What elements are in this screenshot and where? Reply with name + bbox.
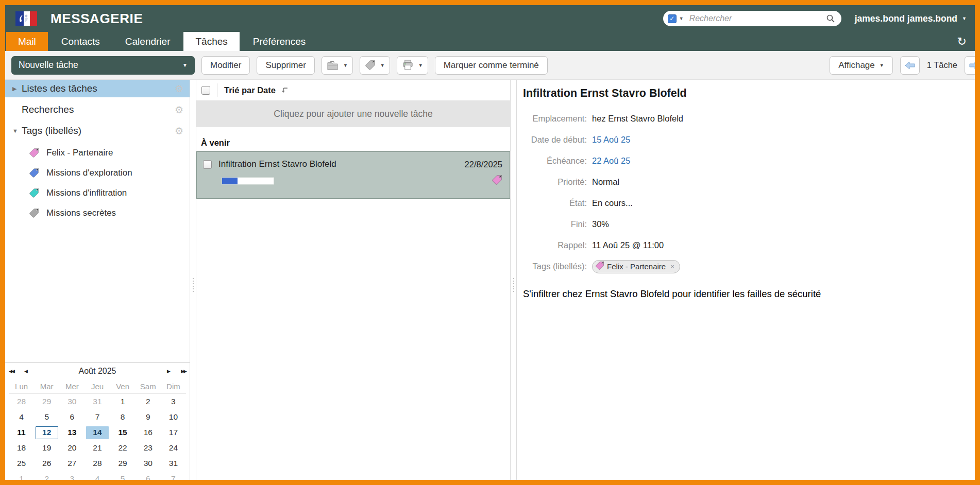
calendar-day-name: Mer xyxy=(59,379,85,394)
calendar-day[interactable]: 26 xyxy=(34,456,59,471)
calendar-day-today[interactable]: 12 xyxy=(34,425,59,440)
search-input[interactable] xyxy=(688,13,826,24)
calendar-day[interactable]: 25 xyxy=(9,456,34,471)
calendar-day[interactable]: 15 xyxy=(110,425,136,440)
edit-button[interactable]: Modifier xyxy=(201,56,250,75)
calendar-day[interactable]: 16 xyxy=(136,425,161,440)
new-task-button[interactable]: Nouvelle tâche ▼ xyxy=(11,56,195,75)
refresh-icon[interactable]: ↻ xyxy=(957,35,967,48)
calendar-next-month-icon[interactable]: ▶ xyxy=(155,369,171,374)
calendar-day[interactable]: 1 xyxy=(110,394,136,409)
calendar-day[interactable]: 4 xyxy=(85,471,110,480)
field-value[interactable]: 15 Aoû 25 xyxy=(592,135,630,145)
calendar-day[interactable]: 13 xyxy=(59,425,85,440)
task-checkbox[interactable] xyxy=(203,160,212,169)
select-all-checkbox[interactable] xyxy=(201,86,210,95)
tab-contacts[interactable]: Contacts xyxy=(49,32,112,51)
calendar-day[interactable]: 7 xyxy=(161,471,186,480)
mark-done-button[interactable]: Marquer comme terminé xyxy=(435,56,548,75)
calendar-day[interactable]: 24 xyxy=(161,440,186,456)
calendar-day[interactable]: 30 xyxy=(136,456,161,471)
calendar-day[interactable]: 3 xyxy=(161,394,186,409)
calendar-day[interactable]: 5 xyxy=(110,471,136,480)
calendar-day[interactable]: 31 xyxy=(85,394,110,409)
calendar-day[interactable]: 6 xyxy=(59,409,85,425)
sidebar-tag-item[interactable]: Missions secrètes xyxy=(5,203,190,223)
calendar-prev-month-icon[interactable]: ◀ xyxy=(24,369,40,374)
gear-icon[interactable]: ⚙ xyxy=(175,104,183,116)
collapse-arrow-icon[interactable]: ▼ xyxy=(12,128,22,134)
calendar-day[interactable]: 8 xyxy=(110,409,136,425)
calendar-day[interactable]: 23 xyxy=(136,440,161,456)
search-type-dropdown-icon[interactable]: ▼ xyxy=(679,16,684,21)
delete-button[interactable]: Supprimer xyxy=(257,56,314,75)
calendar-day[interactable]: 17 xyxy=(161,425,186,440)
calendar-next-year-icon[interactable]: ▶▶ xyxy=(171,369,186,374)
reading-pane-splitter[interactable] xyxy=(510,80,517,480)
task-row[interactable]: Infiltration Ernst Stavro Blofeld 22/8/2… xyxy=(196,151,510,199)
calendar-day[interactable]: 7 xyxy=(85,409,110,425)
gear-icon[interactable]: ⚙ xyxy=(175,83,183,95)
user-menu[interactable]: james.bond james.bond ▼ xyxy=(855,13,967,24)
sidebar-item-task-lists[interactable]: ▶ Listes des tâches ⚙ xyxy=(5,80,190,97)
calendar-day[interactable]: 29 xyxy=(34,394,59,409)
field-value: 11 Aoû 25 @ 11:00 xyxy=(592,240,664,250)
calendar-day[interactable]: 5 xyxy=(34,409,59,425)
sidebar-item-searches[interactable]: Recherches ⚙ xyxy=(5,101,190,118)
calendar-day[interactable]: 2 xyxy=(34,471,59,480)
calendar-day[interactable]: 4 xyxy=(9,409,34,425)
calendar-day[interactable]: 22 xyxy=(110,440,136,456)
expand-arrow-icon[interactable]: ▶ xyxy=(12,85,22,92)
pager-previous-button[interactable] xyxy=(900,56,920,75)
calendar-day[interactable]: 31 xyxy=(161,456,186,471)
tab-calendar[interactable]: Calendrier xyxy=(113,32,182,51)
calendar-day[interactable]: 2 xyxy=(136,394,161,409)
calendar-day[interactable]: 19 xyxy=(34,440,59,456)
sort-direction-icon[interactable] xyxy=(281,86,289,94)
splitter-grip-icon[interactable] xyxy=(193,278,194,292)
search-icon[interactable] xyxy=(826,14,835,23)
tab-mail[interactable]: Mail xyxy=(6,32,48,51)
tags-field-label: Tags (libellés): xyxy=(523,262,587,271)
calendar-day[interactable]: 3 xyxy=(59,471,85,480)
calendar-day[interactable]: 28 xyxy=(85,456,110,471)
view-button[interactable]: Affichage ▼ xyxy=(830,56,893,75)
gear-icon[interactable]: ⚙ xyxy=(175,125,183,137)
remove-tag-icon[interactable]: × xyxy=(670,263,674,270)
sidebar-tag-item[interactable]: Missions d'exploration xyxy=(5,163,190,183)
calendar-day[interactable]: 11 xyxy=(9,425,34,440)
sort-by-label[interactable]: Trié par Date xyxy=(224,85,276,95)
calendar-day[interactable]: 21 xyxy=(85,440,110,456)
calendar-day[interactable]: 10 xyxy=(161,409,186,425)
calendar-day[interactable]: 20 xyxy=(59,440,85,456)
calendar-prev-year-icon[interactable]: ◀◀ xyxy=(9,369,24,374)
calendar-day[interactable]: 30 xyxy=(59,394,85,409)
calendar-day[interactable]: 18 xyxy=(9,440,34,456)
task-detail-field: Fini:30% xyxy=(523,214,967,235)
calendar-day[interactable]: 29 xyxy=(110,456,136,471)
sidebar-splitter[interactable] xyxy=(190,80,196,480)
calendar-day[interactable]: 6 xyxy=(136,471,161,480)
calendar-day[interactable]: 1 xyxy=(9,471,34,480)
splitter-grip-icon[interactable] xyxy=(513,278,514,292)
tab-preferences[interactable]: Préférences xyxy=(241,32,317,51)
search-type-checkbox-icon[interactable]: ✓ xyxy=(668,14,677,23)
print-button[interactable]: ▼ xyxy=(397,56,428,75)
calendar-day[interactable]: 28 xyxy=(9,394,34,409)
calendar-day[interactable]: 27 xyxy=(59,456,85,471)
tab-tasks[interactable]: Tâches xyxy=(183,32,239,51)
sidebar-tag-item[interactable]: Felix - Partenaire xyxy=(5,143,190,163)
sidebar-item-tags[interactable]: ▼ Tags (libellés) ⚙ xyxy=(5,122,190,140)
move-button[interactable]: ▼ xyxy=(322,56,353,75)
calendar-day[interactable]: 9 xyxy=(136,409,161,425)
search-bar[interactable]: ✓ ▼ xyxy=(663,11,841,26)
tag-button[interactable]: ▼ xyxy=(360,56,390,75)
field-value[interactable]: 22 Aoû 25 xyxy=(592,156,630,166)
tag-chip[interactable]: Felix - Partenaire × xyxy=(592,260,680,273)
calendar-day-selected[interactable]: 14 xyxy=(85,425,110,440)
field-value: 30% xyxy=(592,219,609,229)
field-label: État: xyxy=(523,198,587,208)
pager-next-button[interactable] xyxy=(965,56,975,75)
add-task-row[interactable]: Cliquez pour ajouter une nouvelle tâche xyxy=(196,100,510,127)
sidebar-tag-item[interactable]: Missions d'inflitration xyxy=(5,183,190,203)
